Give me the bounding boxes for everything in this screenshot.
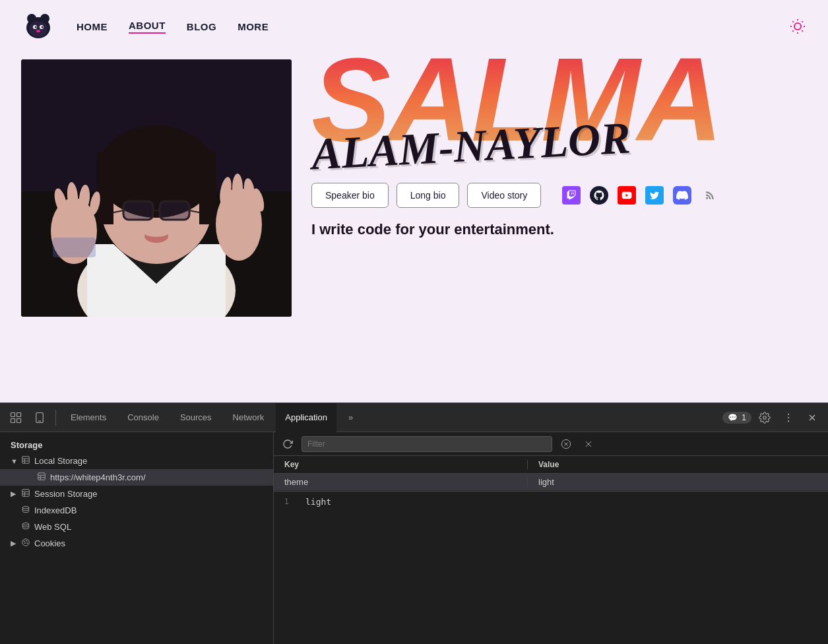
devtools-close-button[interactable]: [802, 407, 823, 428]
kv-row-theme[interactable]: theme light: [274, 474, 828, 491]
tree-label-cookies: Cookies: [34, 538, 65, 548]
svg-line-13: [792, 21, 793, 22]
svg-point-73: [22, 506, 28, 509]
github-icon[interactable]: [590, 186, 608, 205]
tree-indexeddb[interactable]: ▶ IndexedDB: [0, 502, 273, 519]
nav-right: [788, 17, 807, 36]
svg-point-77: [26, 540, 27, 541]
kv-table-header: Key Value: [274, 456, 828, 474]
svg-rect-34: [123, 201, 153, 220]
tab-elements[interactable]: Elements: [61, 403, 115, 432]
tab-more[interactable]: »: [339, 403, 362, 432]
kv-clear-filter-button[interactable]: [557, 435, 575, 453]
svg-point-57: [788, 416, 789, 418]
tab-network[interactable]: Network: [224, 403, 274, 432]
devtools-inspect-button[interactable]: [5, 407, 26, 428]
tagline: I write code for your entertainment.: [311, 221, 807, 238]
svg-point-10: [794, 23, 801, 30]
messages-count: 1: [742, 413, 746, 422]
long-bio-button[interactable]: Long bio: [397, 183, 460, 208]
nav-home[interactable]: HOME: [77, 21, 108, 32]
svg-point-76: [24, 541, 24, 542]
hero-text-area: SALMA ALAM-NAYLOR Speaker bio Long bio V…: [292, 53, 807, 238]
messages-icon: 💬: [728, 413, 738, 422]
discord-icon[interactable]: [673, 186, 691, 205]
svg-point-58: [788, 420, 789, 422]
devtools-more-button[interactable]: [778, 407, 799, 428]
svg-point-55: [763, 416, 767, 419]
tab-sources[interactable]: Sources: [171, 403, 221, 432]
tree-arrow-session: ▶: [11, 490, 18, 498]
person-image: [21, 59, 292, 317]
svg-point-78: [24, 543, 25, 544]
table-icon-local-storage: [21, 455, 30, 467]
svg-rect-49: [11, 412, 15, 416]
nav-about[interactable]: ABOUT: [129, 20, 166, 34]
website-preview: HOME ABOUT BLOG MORE: [0, 0, 828, 402]
devtools-settings-button[interactable]: [754, 407, 775, 428]
tree-session-storage[interactable]: ▶ Session Storage: [0, 486, 273, 502]
twitch-icon[interactable]: [562, 186, 581, 205]
tree-label-indexeddb: IndexedDB: [34, 505, 77, 515]
tree-label-websql: Web SQL: [34, 522, 71, 532]
rss-icon[interactable]: [701, 186, 719, 205]
nav-links: HOME ABOUT BLOG MORE: [77, 20, 269, 34]
tab-application[interactable]: Application: [276, 403, 336, 432]
svg-point-37: [144, 229, 168, 237]
site-logo[interactable]: [21, 9, 55, 44]
table-icon-url: [37, 472, 46, 483]
svg-point-45: [232, 174, 243, 203]
tree-cookies[interactable]: ▶ Cookies: [0, 535, 273, 552]
svg-point-4: [29, 21, 48, 37]
value-column-header: Value: [528, 460, 828, 469]
key-column-header: Key: [274, 460, 528, 469]
storage-title: Storage: [0, 435, 273, 453]
tree-arrow-local-storage: ▼: [11, 457, 18, 465]
svg-rect-52: [17, 418, 21, 422]
kv-value-theme: light: [528, 477, 828, 487]
twitter-icon[interactable]: [645, 186, 664, 205]
svg-rect-51: [11, 418, 15, 422]
svg-rect-27: [199, 172, 216, 224]
kv-panel: Key Value theme light 1 light: [274, 432, 828, 644]
devtools-device-button[interactable]: [29, 407, 50, 428]
tree-local-storage[interactable]: ▼ Local Storage: [0, 453, 273, 469]
svg-point-75: [22, 539, 30, 546]
svg-point-7: [35, 26, 37, 28]
devtools-panel: Elements Console Sources Network Applica…: [0, 402, 828, 644]
bio-actions-row: Speaker bio Long bio Video story: [311, 183, 807, 208]
svg-line-17: [792, 30, 793, 31]
value-detail-pane: 1 light: [274, 491, 828, 544]
svg-rect-35: [160, 201, 189, 220]
tab-console[interactable]: Console: [118, 403, 168, 432]
devtools-toolbar: Elements Console Sources Network Applica…: [0, 403, 828, 432]
hero-section: SALMA ALAM-NAYLOR Speaker bio Long bio V…: [0, 53, 828, 402]
messages-badge[interactable]: 💬 1: [722, 412, 751, 424]
kv-filter-input[interactable]: [302, 436, 552, 452]
tree-label-session: Session Storage: [34, 489, 97, 499]
tree-label-url: https://whitep4nth3r.com/: [50, 472, 146, 482]
value-line-number: 1: [284, 497, 298, 538]
value-detail-text: light: [305, 497, 331, 538]
svg-point-74: [22, 523, 28, 525]
svg-point-56: [788, 413, 789, 414]
svg-rect-48: [53, 238, 96, 257]
nav-blog[interactable]: BLOG: [187, 21, 216, 32]
youtube-icon[interactable]: [618, 186, 636, 205]
svg-point-9: [36, 30, 40, 32]
tree-local-storage-url[interactable]: ▶ https://whitep4nth3r.com/: [0, 469, 273, 486]
hero-photo: [21, 59, 292, 317]
nav-more[interactable]: MORE: [238, 21, 269, 32]
speaker-bio-button[interactable]: Speaker bio: [311, 183, 389, 208]
svg-rect-50: [17, 412, 21, 416]
social-icons: [562, 186, 719, 205]
kv-delete-button[interactable]: [580, 435, 597, 453]
tree-websql[interactable]: ▶ Web SQL: [0, 519, 273, 535]
table-icon-session: [21, 488, 30, 499]
hero-last-name-area: ALAM-NAYLOR: [311, 133, 807, 172]
video-story-button[interactable]: Video story: [467, 183, 541, 208]
theme-toggle[interactable]: [788, 17, 807, 36]
kv-refresh-button[interactable]: [279, 435, 296, 453]
kv-key-theme: theme: [274, 477, 528, 487]
svg-line-14: [802, 30, 802, 31]
